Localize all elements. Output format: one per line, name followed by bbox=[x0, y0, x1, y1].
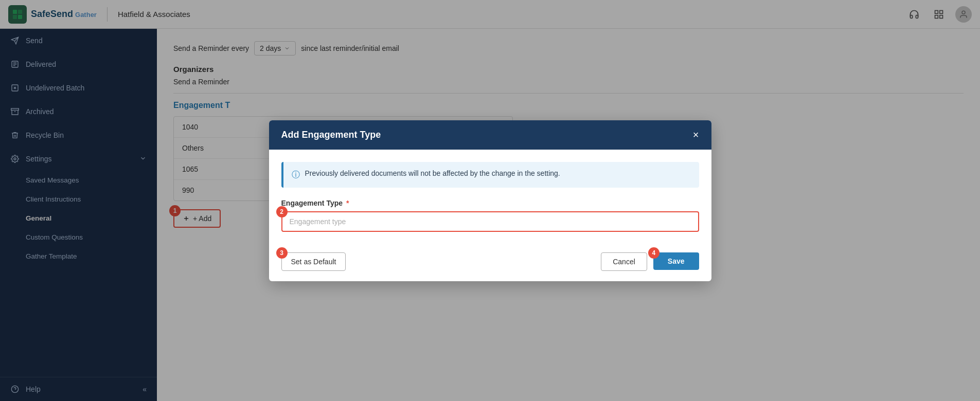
set-default-button[interactable]: Set as Default bbox=[281, 252, 346, 271]
save-button[interactable]: Save bbox=[653, 252, 699, 270]
required-star: * bbox=[346, 199, 349, 207]
modal-footer-right: Cancel 4 Save bbox=[601, 252, 699, 271]
modal-close-button[interactable]: × bbox=[693, 130, 699, 140]
add-engagement-modal: Add Engagement Type × ⓘ Previously deliv… bbox=[269, 120, 711, 281]
info-text: Previously delivered documents will not … bbox=[305, 169, 560, 177]
field-label: Engagement Type * bbox=[281, 199, 699, 207]
step3-badge: 3 bbox=[276, 247, 288, 259]
step4-badge: 4 bbox=[648, 247, 660, 259]
modal-footer-left: 3 Set as Default bbox=[281, 252, 346, 271]
modal-overlay: Add Engagement Type × ⓘ Previously deliv… bbox=[0, 0, 980, 401]
engagement-type-input[interactable] bbox=[281, 211, 699, 232]
info-icon: ⓘ bbox=[292, 170, 300, 180]
modal-header: Add Engagement Type × bbox=[269, 120, 711, 150]
cancel-button[interactable]: Cancel bbox=[601, 252, 647, 271]
save-btn-wrapper: 4 Save bbox=[653, 252, 699, 271]
step2-badge: 2 bbox=[276, 206, 288, 217]
info-banner: ⓘ Previously delivered documents will no… bbox=[281, 162, 699, 188]
input-wrapper: 2 bbox=[281, 211, 699, 232]
modal-footer: 3 Set as Default Cancel 4 Save bbox=[269, 244, 711, 281]
setdefault-wrapper: 3 Set as Default bbox=[281, 252, 346, 271]
modal-body: ⓘ Previously delivered documents will no… bbox=[269, 150, 711, 244]
modal-title: Add Engagement Type bbox=[281, 130, 381, 140]
